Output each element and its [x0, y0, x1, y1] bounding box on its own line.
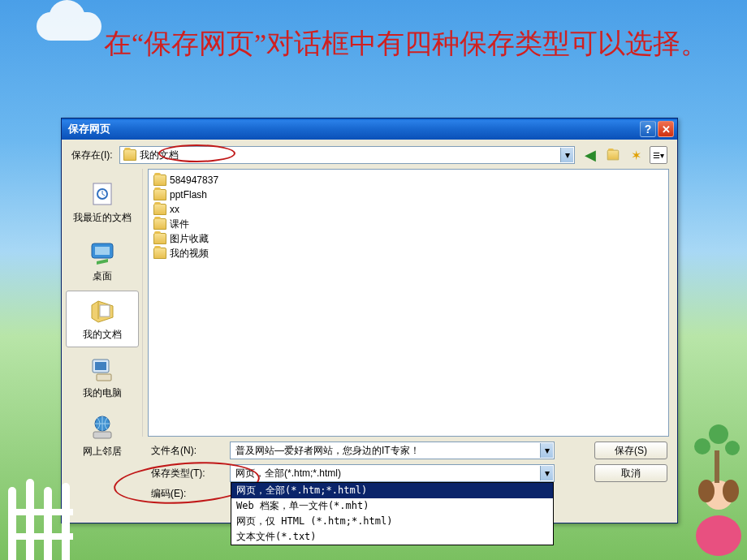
folder-icon — [153, 248, 166, 259]
dropdown-option[interactable]: 网页，全部(*.htm;*.html) — [231, 483, 553, 498]
place-label: 我最近的文档 — [73, 211, 132, 225]
filetype-dropdown: 网页，全部(*.htm;*.html) Web 档案，单一文件(*.mht) 网… — [231, 482, 554, 545]
svg-rect-4 — [100, 305, 110, 317]
dropdown-option[interactable]: Web 档案，单一文件(*.mht) — [231, 498, 553, 514]
folder-icon — [153, 174, 166, 186]
file-list[interactable]: 584947837 pptFlash xx 课件 图片收藏 我的视频 — [148, 169, 669, 437]
svg-point-10 — [696, 515, 741, 556]
chevron-down-icon[interactable]: ▾ — [560, 148, 573, 162]
svg-point-13 — [723, 480, 739, 502]
network-icon — [88, 413, 117, 442]
list-item[interactable]: 我的视频 — [152, 246, 665, 261]
slide-heading: 在“保存网页”对话框中有四种保存类型可以选择。 — [49, 24, 723, 63]
save-in-value: 我的文档 — [140, 149, 179, 162]
new-folder-icon[interactable]: ✶ — [627, 146, 645, 164]
encoding-label: 编码(E): — [151, 487, 220, 501]
filename-label: 文件名(N): — [151, 444, 220, 458]
filename-input[interactable]: 普及网站—爱好者网站，您身边的IT专家！ ▾ — [230, 442, 555, 459]
place-network[interactable]: 网上邻居 — [66, 407, 139, 464]
place-desktop[interactable]: 桌面 — [66, 232, 139, 289]
list-item[interactable]: 图片收藏 — [152, 231, 665, 246]
folder-icon — [153, 204, 166, 215]
folder-icon — [153, 218, 166, 230]
up-one-level-icon[interactable] — [604, 146, 622, 164]
list-item[interactable]: 584947837 — [152, 173, 665, 187]
svg-rect-7 — [97, 374, 111, 381]
chevron-down-icon[interactable]: ▾ — [540, 443, 553, 458]
place-mydocs[interactable]: 我的文档 — [66, 291, 139, 347]
places-bar: 我最近的文档 桌面 我的文档 我的电脑 — [62, 169, 143, 437]
dialog-title: 保存网页 — [68, 122, 110, 136]
filetype-value: 网页，全部(*.htm;*.html) — [235, 467, 341, 480]
filetype-combo[interactable]: 网页，全部(*.htm;*.html) ▾ 网页，全部(*.htm;*.html… — [230, 464, 555, 482]
list-item[interactable]: xx — [152, 202, 665, 217]
chevron-down-icon[interactable]: ▾ — [540, 466, 553, 480]
save-in-combo[interactable]: 我的文档 ▾ — [119, 146, 575, 164]
character-decoration — [690, 414, 747, 560]
cancel-button[interactable]: 取消 — [594, 464, 667, 482]
close-button[interactable]: ✕ — [658, 121, 674, 137]
desktop-icon — [88, 238, 117, 267]
place-label: 我的文档 — [83, 328, 122, 342]
place-recent[interactable]: 我最近的文档 — [66, 174, 139, 230]
list-item[interactable]: 课件 — [152, 217, 665, 231]
save-in-label: 保存在(I): — [71, 149, 113, 162]
recent-docs-icon — [88, 179, 117, 209]
place-label: 网上邻居 — [83, 445, 122, 459]
filetype-label: 保存类型(T): — [151, 467, 220, 480]
filename-value: 普及网站—爱好者网站，您身边的IT专家！ — [235, 444, 420, 458]
views-icon[interactable]: ☰▾ — [650, 146, 667, 164]
svg-rect-6 — [95, 362, 106, 370]
svg-rect-17 — [715, 450, 719, 483]
folder-icon — [153, 189, 166, 200]
location-toolbar: 保存在(I): 我的文档 ▾ ◀ ✶ ☰▾ — [62, 140, 677, 169]
dialog-titlebar[interactable]: 保存网页 ? ✕ — [62, 118, 677, 140]
fence-decoration — [8, 471, 73, 560]
list-item[interactable]: pptFlash — [152, 187, 665, 202]
mydocs-icon — [88, 296, 117, 325]
computer-icon — [88, 355, 117, 384]
folder-icon — [123, 149, 136, 161]
back-icon[interactable]: ◀ — [581, 146, 599, 164]
svg-point-16 — [725, 441, 740, 455]
svg-rect-9 — [93, 432, 111, 438]
svg-point-12 — [698, 480, 715, 502]
place-mycomputer[interactable]: 我的电脑 — [66, 349, 139, 406]
place-label: 桌面 — [93, 269, 112, 283]
svg-point-15 — [709, 424, 728, 444]
save-webpage-dialog: 保存网页 ? ✕ 保存在(I): 我的文档 ▾ ◀ ✶ ☰▾ — [61, 118, 678, 523]
folder-icon — [153, 233, 166, 244]
help-button[interactable]: ? — [640, 121, 656, 137]
place-label: 我的电脑 — [83, 386, 122, 400]
dropdown-option[interactable]: 网页，仅 HTML (*.htm;*.html) — [231, 514, 553, 529]
save-button[interactable]: 保存(S) — [594, 442, 667, 459]
svg-rect-3 — [95, 247, 110, 255]
svg-point-14 — [694, 438, 710, 454]
dropdown-option[interactable]: 文本文件(*.txt) — [231, 529, 553, 545]
